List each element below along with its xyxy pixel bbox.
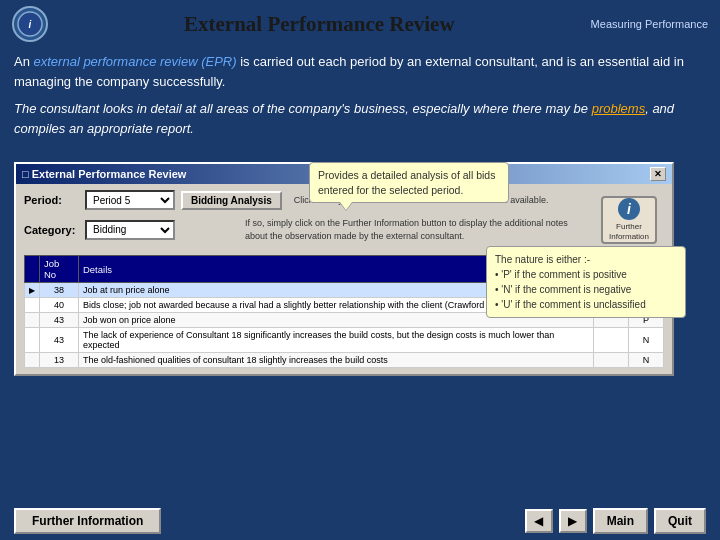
page-title-block: External Performance Review <box>58 12 581 37</box>
row-hours <box>593 328 628 353</box>
row-arrow <box>25 313 40 328</box>
callout-top-text: Provides a detailed analysis of all bids… <box>318 169 495 196</box>
footer: Further Information ◀ ▶ Main Quit <box>0 502 720 540</box>
nav-buttons: ◀ ▶ Main Quit <box>525 508 706 534</box>
dialog-title: □ External Performance Review <box>22 168 186 180</box>
row-arrow: ▶ <box>25 283 40 298</box>
callout-bullet-u: • 'U' if the comment is unclassified <box>495 299 646 310</box>
info-circle-icon: i <box>618 198 640 220</box>
period-select[interactable]: Period 5 <box>85 190 175 210</box>
row-p: N <box>628 328 663 353</box>
main-button[interactable]: Main <box>593 508 648 534</box>
quit-button[interactable]: Quit <box>654 508 706 534</box>
row-details: The lack of experience of Consultant 18 … <box>78 328 593 353</box>
logo-icon: i <box>12 6 48 42</box>
problems-highlight: problems <box>592 101 645 116</box>
further-info-button[interactable]: Further Information <box>14 508 161 534</box>
period-label: Period: <box>24 194 79 206</box>
svg-text:i: i <box>29 19 32 30</box>
intro-text-pre: An <box>14 54 34 69</box>
table-row[interactable]: 43 The lack of experience of Consultant … <box>25 328 664 353</box>
row-arrow <box>25 298 40 313</box>
epr-highlight: external performance review (EPR) <box>34 54 237 69</box>
row-jobno: 43 <box>40 313 79 328</box>
dialog-close-button[interactable]: ✕ <box>650 167 666 181</box>
callout-top-balloon: Provides a detailed analysis of all bids… <box>309 162 509 203</box>
row-arrow <box>25 328 40 353</box>
row-arrow <box>25 353 40 368</box>
nav-next-button[interactable]: ▶ <box>559 509 587 533</box>
row-jobno: 38 <box>40 283 79 298</box>
row-jobno: 43 <box>40 328 79 353</box>
category-select[interactable]: Bidding <box>85 220 175 240</box>
col-arrow <box>25 256 40 283</box>
further-info-icon-button[interactable]: i Further Information <box>601 196 657 244</box>
consultant-text-pre: The consultant looks in detail at all ar… <box>14 101 592 116</box>
info-text-2: If so, simply click on the Further Infor… <box>243 215 588 244</box>
header: i External Performance Review Measuring … <box>0 0 720 44</box>
row-details: The old-fashioned qualities of consultan… <box>78 353 593 368</box>
row-jobno: 13 <box>40 353 79 368</box>
row-jobno: 40 <box>40 298 79 313</box>
callout-bottom-balloon: The nature is either :- • 'P' if the com… <box>486 246 686 318</box>
category-row: Category: Bidding If so, simply click on… <box>24 215 588 244</box>
intro-paragraph-2: The consultant looks in detail at all ar… <box>14 99 706 138</box>
table-row[interactable]: 13 The old-fashioned qualities of consul… <box>25 353 664 368</box>
callout-bottom-title: The nature is either :- <box>495 254 590 265</box>
dialog-area: Provides a detailed analysis of all bids… <box>14 162 706 376</box>
further-info-icon-label: Further Information <box>603 222 655 241</box>
main-content: An external performance review (EPR) is … <box>0 44 720 384</box>
callout-bullet-n: • 'N' if the comment is negative <box>495 284 631 295</box>
page-title: External Performance Review <box>184 12 455 36</box>
row-p: N <box>628 353 663 368</box>
row-hours <box>593 353 628 368</box>
further-info-icon-area: i Further Information <box>594 190 664 249</box>
nav-prev-button[interactable]: ◀ <box>525 509 553 533</box>
bidding-analysis-button[interactable]: Bidding Analysis <box>181 191 282 210</box>
category-label: Category: <box>24 224 79 236</box>
col-jobno: Job No <box>40 256 79 283</box>
callout-bullet-p: • 'P' if the comment is positive <box>495 269 627 280</box>
measuring-performance-label: Measuring Performance <box>591 18 708 30</box>
intro-paragraph-1: An external performance review (EPR) is … <box>14 52 706 91</box>
